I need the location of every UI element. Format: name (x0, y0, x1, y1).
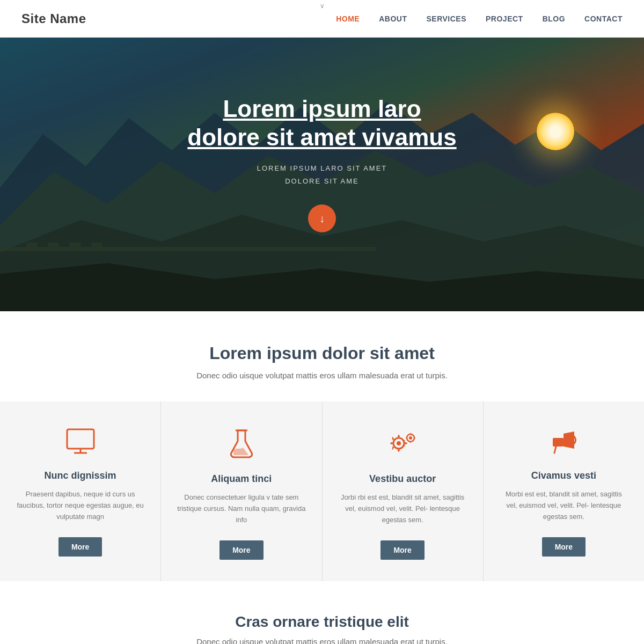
svg-rect-17 (553, 438, 564, 447)
bottom-description: Donec odio uisque volutpat mattis eros u… (21, 637, 623, 644)
svg-rect-5 (27, 243, 38, 247)
hero-subtitle: LOREM IPSUM LARO SIT AMET DOLORE SIT AME (187, 162, 456, 187)
card-4-more-button[interactable]: More (542, 537, 586, 557)
flask-icon (177, 428, 305, 463)
card-3-more-button[interactable]: More (380, 540, 424, 560)
card-1-title: Nunc dignissim (16, 470, 144, 481)
megaphone-icon (500, 428, 628, 459)
intro-title: Lorem ipsum dolor sit amet (21, 343, 623, 363)
card-4-description: Morbi est est, blandit sit amet, sagitti… (500, 489, 628, 522)
svg-line-18 (554, 447, 556, 453)
hero-content: Lorem ipsum laro dolore sit amet vivamus… (187, 95, 456, 232)
hero-section: Lorem ipsum laro dolore sit amet vivamus… (0, 38, 644, 311)
card-4: Civamus vesti Morbi est est, blandit sit… (484, 401, 644, 581)
card-1-description: Praesent dapibus, neque id curs us fauci… (16, 489, 144, 522)
nav-contact[interactable]: CONTACT (584, 14, 623, 23)
svg-rect-7 (70, 243, 80, 247)
intro-description: Donec odio uisque volutpat mattis eros u… (21, 371, 623, 380)
bottom-title: Cras ornare tristique elit (21, 613, 623, 631)
card-3: Vestibu auctor Jorbi rbi est est, blandi… (323, 401, 484, 581)
card-3-description: Jorbi rbi est est, blandit sit amet, sag… (339, 492, 467, 525)
site-name: Site Name (21, 11, 86, 26)
card-2-more-button[interactable]: More (219, 540, 263, 560)
card-1-more-button[interactable]: More (58, 537, 102, 557)
nav-blog[interactable]: BLOG (543, 14, 565, 23)
hero-scroll-button[interactable]: ↓ (308, 204, 336, 232)
nav-home[interactable]: HOME (336, 14, 360, 23)
main-nav: HOME ABOUT SERVICES PROJECT BLOG CONTACT (336, 14, 623, 23)
svg-rect-6 (48, 243, 59, 247)
svg-rect-4 (0, 247, 376, 251)
card-4-title: Civamus vesti (500, 470, 628, 481)
cards-section: Nunc dignissim Praesent dapibus, neque i… (0, 401, 644, 581)
nav-dropdown-indicator: ∨ (320, 2, 325, 10)
svg-point-16 (409, 436, 412, 440)
card-2-title: Aliquam tinci (177, 473, 305, 485)
hero-sun (537, 113, 574, 150)
svg-rect-9 (67, 429, 94, 449)
nav-about[interactable]: ABOUT (379, 14, 407, 23)
gears-icon (339, 428, 467, 463)
bottom-section: Cras ornare tristique elit Donec odio ui… (0, 581, 644, 644)
card-3-title: Vestibu auctor (339, 473, 467, 485)
nav-services[interactable]: SERVICES (426, 14, 466, 23)
svg-point-14 (397, 441, 401, 445)
svg-rect-8 (91, 243, 102, 247)
site-header: ∨ Site Name HOME ABOUT SERVICES PROJECT … (0, 0, 644, 38)
hero-title: Lorem ipsum laro dolore sit amet vivamus (187, 95, 456, 152)
monitor-icon (16, 428, 144, 459)
card-2-description: Donec consectetuer ligula v tate sem tri… (177, 492, 305, 525)
intro-section: Lorem ipsum dolor sit amet Donec odio ui… (0, 311, 644, 401)
card-1: Nunc dignissim Praesent dapibus, neque i… (0, 401, 161, 581)
card-2: Aliquam tinci Donec consectetuer ligula … (161, 401, 322, 581)
nav-project[interactable]: PROJECT (486, 14, 523, 23)
